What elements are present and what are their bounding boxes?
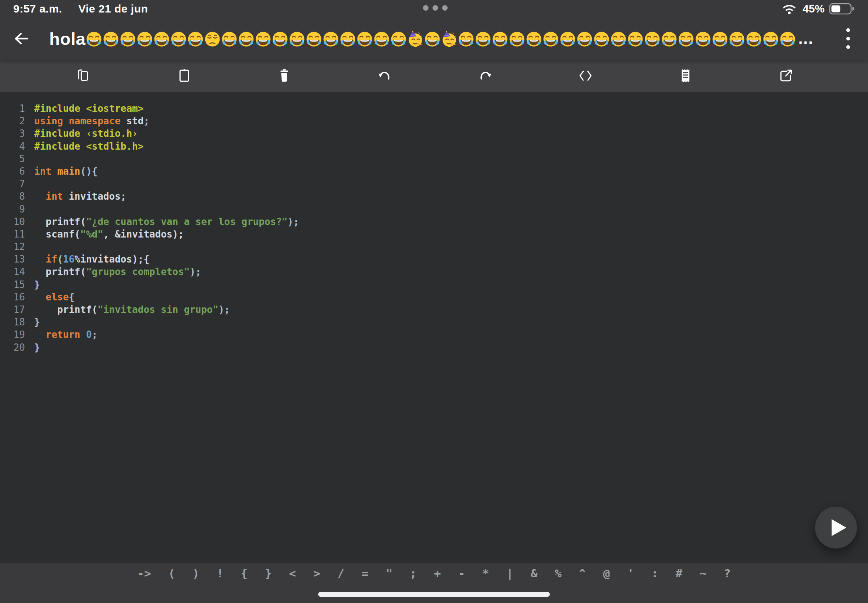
symbol-key[interactable]: @: [603, 567, 610, 580]
code-line: 6int main(){: [0, 165, 868, 178]
code-line: 4#include <stdlib.h>: [0, 140, 868, 153]
symbol-key[interactable]: <: [289, 567, 296, 580]
redo-button[interactable]: [471, 62, 499, 90]
code-editor[interactable]: 1#include <iostream>2using namespace std…: [0, 92, 868, 603]
symbol-key[interactable]: *: [482, 567, 489, 580]
joy-emoji: [526, 31, 542, 48]
joy-emoji: [763, 31, 779, 48]
symbol-key[interactable]: &: [531, 567, 538, 580]
symbol-key[interactable]: ?: [724, 567, 731, 580]
joy-emoji: [695, 31, 711, 48]
token-plain: printf(: [34, 304, 97, 315]
joy-emoji: [323, 31, 339, 48]
symbol-key[interactable]: |: [506, 567, 514, 580]
joy-emoji: [576, 31, 593, 48]
token-plain: printf(: [34, 216, 86, 227]
overflow-menu-button[interactable]: [838, 27, 859, 50]
symbol-key[interactable]: !: [217, 567, 224, 580]
status-date: Vie 21 de jun: [78, 3, 148, 15]
code-text: printf("¿de cuantos van a ser los grupos…: [34, 215, 299, 228]
token-plain: printf(: [34, 266, 86, 277]
line-number: 11: [0, 228, 25, 240]
code-line: 2using namespace std;: [0, 115, 868, 127]
joy-emoji: [729, 31, 745, 48]
arrow-left-icon: [12, 29, 31, 48]
code-line: 16 else{: [0, 291, 868, 303]
token-punct: }: [34, 342, 40, 353]
code-text: using namespace std;: [34, 115, 149, 127]
joy-emoji: [255, 31, 271, 48]
code-line: 5: [0, 153, 868, 165]
joy-emoji: [627, 31, 644, 48]
line-number: 9: [0, 203, 25, 215]
symbol-key[interactable]: ->: [137, 567, 151, 580]
token-fn: main: [57, 166, 80, 177]
symbol-key[interactable]: }: [265, 567, 272, 580]
line-number: 3: [0, 127, 25, 140]
line-number: 10: [0, 215, 25, 228]
multitask-dots-handle[interactable]: [423, 5, 448, 11]
top-chrome: 9:57 a.m. Vie 21 de jun 45%: [0, 0, 868, 60]
code-symbols-button[interactable]: [572, 62, 599, 90]
title-truncation: ...: [798, 30, 814, 48]
symbol-key[interactable]: ': [627, 567, 634, 580]
title-emojis: [86, 30, 796, 48]
symbol-key[interactable]: -: [458, 567, 465, 580]
line-number: 14: [0, 266, 25, 278]
joy-emoji: [103, 31, 119, 48]
home-indicator[interactable]: [318, 592, 550, 597]
symbol-key[interactable]: =: [362, 567, 368, 580]
symbol-key[interactable]: +: [434, 567, 441, 580]
paste-button[interactable]: [170, 62, 198, 90]
code-text: #include ‹stdio.h›: [34, 127, 138, 140]
symbol-key[interactable]: /: [337, 567, 344, 580]
symbol-key[interactable]: (: [169, 567, 175, 580]
symbol-key[interactable]: ": [386, 567, 393, 580]
joy-emoji: [712, 31, 728, 48]
joy-emoji: [458, 31, 475, 48]
symbol-key[interactable]: ): [192, 567, 200, 580]
output-log-button[interactable]: [672, 62, 699, 90]
token-punct: {: [69, 292, 75, 303]
line-number: 20: [0, 341, 25, 354]
token-preproc: #include <iostream>: [34, 103, 144, 114]
code-line: 12: [0, 240, 868, 253]
back-button[interactable]: [11, 28, 32, 49]
code-line: 19 return 0;: [0, 328, 868, 341]
symbol-key[interactable]: ^: [579, 567, 586, 580]
joy-emoji: [543, 31, 559, 48]
code-brackets-icon: [577, 67, 594, 84]
code-text: return 0;: [34, 328, 97, 341]
status-indicators: 45%: [781, 3, 855, 15]
token-punct: );: [218, 304, 230, 315]
open-external-button[interactable]: [772, 62, 800, 90]
symbol-key[interactable]: {: [241, 567, 248, 580]
symbol-key[interactable]: >: [313, 567, 320, 580]
line-number: 6: [0, 165, 25, 178]
token-punct: }: [34, 279, 40, 290]
code-text: #include <stdlib.h>: [34, 140, 144, 153]
symbol-key[interactable]: ;: [410, 567, 417, 580]
symbol-key[interactable]: :: [651, 567, 658, 580]
code-line: 3#include ‹stdio.h›: [0, 127, 868, 140]
token-preproc: #include <stdlib.h>: [34, 141, 144, 152]
run-button[interactable]: [815, 507, 857, 549]
ide-app-screen: 9:57 a.m. Vie 21 de jun 45%: [0, 0, 868, 603]
delete-button[interactable]: [270, 62, 298, 90]
joy-emoji: [492, 31, 508, 48]
code-text: if(16%invitados);{: [34, 253, 149, 266]
line-number: 7: [0, 178, 25, 190]
symbol-key[interactable]: ~: [699, 567, 707, 580]
undo-button[interactable]: [371, 62, 399, 90]
symbol-key[interactable]: %: [555, 567, 562, 580]
code-text: #include <iostream>: [34, 102, 144, 115]
joy-emoji: [153, 31, 170, 48]
joy-emoji: [136, 31, 153, 48]
open-external-icon: [778, 67, 794, 84]
symbol-key[interactable]: #: [676, 567, 682, 580]
copy-button[interactable]: [70, 62, 98, 90]
code-text: }: [34, 341, 40, 354]
line-number: 4: [0, 140, 25, 153]
battery-percent: 45%: [803, 3, 825, 15]
code-text: scanf("%d", &invitados);: [34, 228, 184, 240]
